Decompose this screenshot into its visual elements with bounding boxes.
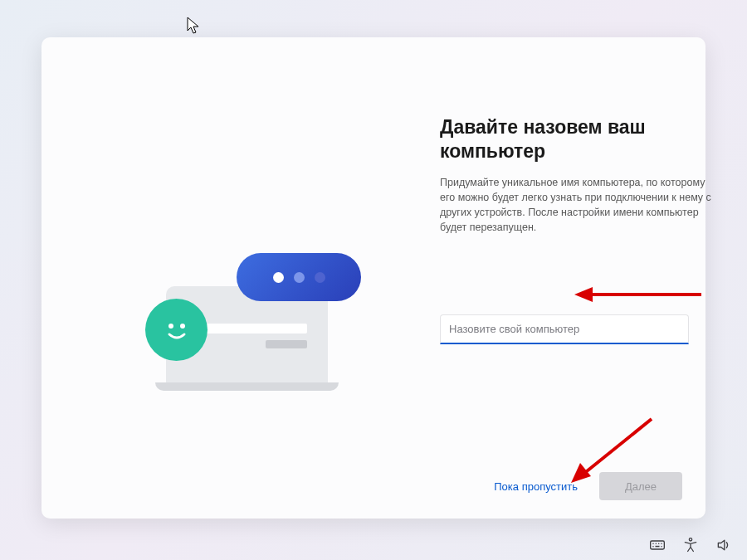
skip-button[interactable]: Пока пропустить — [491, 474, 581, 499]
setup-panel: Давайте назовем ваш компьютер Придумайте… — [42, 37, 706, 519]
svg-point-14 — [689, 538, 691, 541]
svg-rect-12 — [656, 546, 660, 548]
svg-point-7 — [652, 543, 654, 545]
svg-point-0 — [168, 324, 173, 329]
content-column: Давайте назовем ваш компьютер Придумайте… — [440, 115, 739, 235]
next-button: Далее — [599, 472, 682, 500]
page-description: Придумайте уникальное имя компьютера, по… — [440, 175, 714, 236]
volume-icon[interactable] — [715, 537, 732, 553]
svg-point-9 — [658, 543, 660, 545]
chat-bubble-icon — [237, 253, 361, 301]
cursor-icon — [187, 17, 200, 35]
svg-point-11 — [652, 546, 654, 548]
svg-point-1 — [180, 324, 185, 329]
svg-point-10 — [661, 543, 662, 545]
svg-rect-6 — [651, 541, 665, 549]
svg-point-13 — [661, 546, 662, 548]
system-tray — [649, 537, 732, 553]
device-name-field-wrap — [440, 314, 689, 344]
action-bar: Пока пропустить Далее — [491, 472, 682, 500]
keyboard-icon[interactable] — [649, 537, 666, 553]
smiley-icon — [145, 299, 208, 361]
accessibility-icon[interactable] — [682, 537, 699, 553]
svg-point-8 — [656, 543, 657, 545]
illustration — [137, 253, 344, 402]
device-name-input[interactable] — [440, 314, 689, 344]
page-title: Давайте назовем ваш компьютер — [440, 115, 739, 163]
